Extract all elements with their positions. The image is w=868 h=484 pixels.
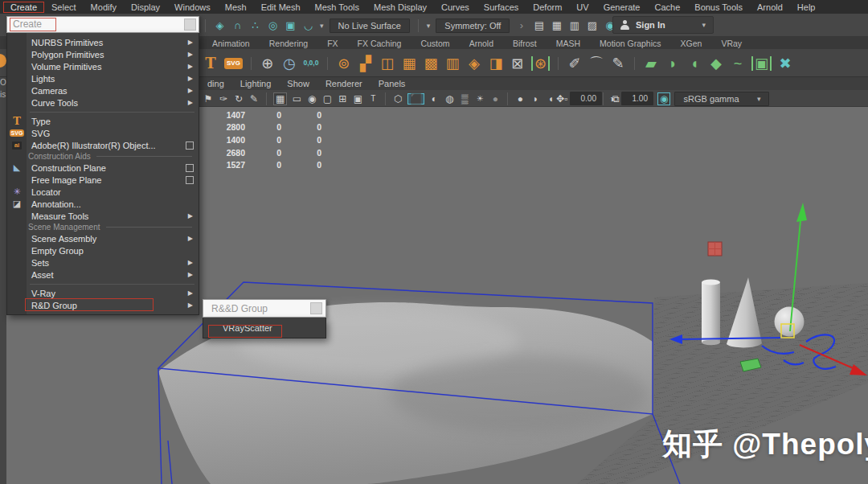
menu-item-scene-assembly[interactable]: Scene Assembly▶ — [7, 232, 199, 244]
menu-item-svg[interactable]: SVGSVG — [7, 127, 199, 139]
menu-display[interactable]: Display — [124, 2, 167, 13]
option-box[interactable] — [186, 176, 194, 184]
menu-windows[interactable]: Windows — [167, 2, 218, 13]
vray-mesh-light-icon[interactable]: ◖ — [686, 56, 702, 71]
menu-item-lights[interactable]: Lights▶ — [7, 72, 199, 84]
menu-item-asset[interactable]: Asset▶ — [7, 269, 199, 281]
mash-visibility-icon[interactable]: ◈ — [466, 56, 482, 71]
curve-pencil-icon[interactable]: ✐ — [567, 56, 583, 71]
svg-tool-icon[interactable]: SVG — [224, 58, 243, 69]
option-box[interactable] — [186, 142, 194, 150]
texture-view-icon[interactable]: T — [367, 95, 379, 103]
menu-item-cameras[interactable]: Cameras▶ — [7, 84, 199, 96]
menu-item-vrayscatter[interactable]: VRayScatter — [203, 322, 326, 334]
resolution-gate-icon[interactable]: ◉ — [306, 94, 317, 104]
menu-item-annotation[interactable]: ◪Annotation... — [7, 198, 199, 210]
mash-network-icon[interactable]: ⊚ — [336, 56, 352, 71]
curve-arc-icon[interactable]: ⌒ — [588, 56, 604, 71]
paint-select-icon[interactable]: ✑ — [218, 94, 229, 104]
tear-off-box[interactable] — [310, 302, 322, 314]
tab-fx[interactable]: FX — [317, 39, 347, 48]
contrast-icon[interactable]: ◑ — [606, 94, 617, 104]
tab-xgen[interactable]: XGen — [671, 39, 712, 48]
wireframe-on-shaded-icon[interactable]: ◍ — [444, 94, 455, 104]
exposure-field[interactable]: 0.00 — [570, 92, 602, 105]
tab-vray[interactable]: VRay — [711, 39, 751, 48]
view-transform-dropdown[interactable]: sRGB gamma — [674, 92, 769, 106]
menu-bonus-tools[interactable]: Bonus Tools — [687, 2, 750, 13]
menu-item-vray[interactable]: V-Ray▶ — [7, 287, 199, 299]
menu-create[interactable]: Create — [3, 2, 44, 13]
menu-item-rnd-group[interactable]: R&D Group▶ — [7, 299, 199, 311]
menu-item-volume-primitives[interactable]: Volume Primitives▶ — [7, 60, 199, 72]
menu-item-construction-plane[interactable]: ◣Construction Plane — [7, 162, 199, 174]
snap-point-icon[interactable]: ∴ — [249, 20, 261, 31]
ipr-render-icon[interactable]: ▥ — [568, 20, 580, 31]
menu-mesh[interactable]: Mesh — [218, 2, 254, 13]
mash-distribute-icon[interactable]: ▞ — [358, 56, 374, 71]
panel-menu-renderer[interactable]: Renderer — [317, 79, 371, 88]
pencil-icon[interactable]: ✎ — [248, 94, 260, 104]
rotate-view-icon[interactable]: ↻ — [233, 94, 244, 104]
panel-menu-shading[interactable]: ding — [199, 79, 232, 88]
menu-uv[interactable]: UV — [569, 2, 596, 13]
exposure-icon[interactable]: ✥ — [555, 94, 566, 104]
tab-rendering[interactable]: Rendering — [260, 39, 317, 48]
menu-item-curve-tools[interactable]: Curve Tools▶ — [7, 96, 199, 109]
xray-icon[interactable]: ▒ — [459, 94, 470, 104]
vray-scatter-shelf-icon[interactable]: ▣ — [751, 56, 772, 71]
mash-world-icon[interactable]: ⊛ — [531, 56, 550, 71]
tab-motion-graphics[interactable]: Motion Graphics — [590, 39, 670, 48]
mash-bbox-icon[interactable]: ⊠ — [510, 56, 526, 71]
snap-grid-icon[interactable]: ◈ — [214, 20, 226, 31]
tab-fx-caching[interactable]: FX Caching — [348, 39, 411, 48]
vray-fur-icon[interactable]: ~ — [730, 56, 746, 71]
locator-icon[interactable]: ⊕ — [260, 56, 276, 71]
menu-modify[interactable]: Modify — [84, 2, 124, 13]
panel-menu-show[interactable]: Show — [279, 79, 317, 88]
menu-arnold[interactable]: Arnold — [750, 2, 790, 13]
tab-custom[interactable]: Custom — [411, 39, 459, 48]
symmetry-field[interactable]: Symmetry: Off — [436, 18, 510, 33]
snap-projected-center-icon[interactable]: ◎ — [267, 20, 279, 31]
mash-grid-icon[interactable]: ▦ — [401, 56, 417, 71]
snap-view-plane-icon[interactable]: ▣ — [285, 20, 297, 31]
tab-arnold[interactable]: Arnold — [460, 39, 503, 48]
time-editor-icon[interactable]: ◷ — [281, 56, 297, 71]
menu-mesh-tools[interactable]: Mesh Tools — [308, 2, 366, 13]
live-surface-field[interactable]: No Live Surface — [330, 18, 410, 33]
menu-item-polygon-primitives[interactable]: Polygon Primitives▶ — [7, 48, 199, 60]
vray-proxy-icon[interactable]: ◆ — [708, 56, 724, 71]
sign-in-caret-icon[interactable] — [702, 21, 706, 29]
tab-bifrost[interactable]: Bifrost — [503, 39, 547, 48]
menu-help[interactable]: Help — [790, 2, 823, 13]
film-gate-icon[interactable]: ▭ — [291, 94, 302, 104]
mash-placer-icon[interactable]: ◨ — [488, 56, 504, 71]
symmetry-caret-icon[interactable] — [427, 22, 431, 30]
vray-extra-icon[interactable]: ✖ — [777, 56, 793, 71]
use-all-lights-icon[interactable]: ☀ — [474, 95, 485, 103]
menu-select[interactable]: Select — [44, 2, 84, 13]
menu-item-nurbs-primitives[interactable]: NURBS Primitives▶ — [7, 36, 199, 48]
collapse-arrow-icon[interactable]: › — [515, 20, 527, 31]
view-transform-icon[interactable]: ◉ — [657, 92, 670, 105]
menu-item-adobe-illustrator-object[interactable]: aiAdobe(R) Illustrator(R) Object... — [7, 139, 199, 151]
menu-item-empty-group[interactable]: Empty Group — [7, 244, 199, 256]
gamma-field[interactable]: 1.00 — [621, 92, 653, 105]
anti-alias-icon[interactable]: ● — [514, 94, 526, 104]
image-plane-icon[interactable]: ▣ — [352, 94, 363, 104]
menu-cache[interactable]: Cache — [648, 2, 688, 13]
menu-generate[interactable]: Generate — [596, 2, 648, 13]
mash-offset-icon[interactable]: ▩ — [423, 56, 439, 71]
shaded-mode-icon[interactable]: ⬛ — [407, 93, 424, 105]
make-live-caret-icon[interactable] — [320, 22, 324, 30]
red-marker-square[interactable] — [708, 242, 722, 256]
snap-curve-icon[interactable]: ∩ — [231, 20, 244, 31]
ambient-occlusion-icon[interactable]: ◗ — [530, 94, 541, 104]
make-live-icon[interactable]: ◡ — [302, 20, 314, 31]
sphere-object[interactable] — [775, 307, 805, 337]
textured-mode-icon[interactable]: ◐ — [428, 94, 440, 104]
move-to-origin-icon[interactable]: 0,0,0 — [303, 59, 319, 67]
vray-clipper-icon[interactable]: ◗ — [665, 56, 681, 71]
curve-edit-icon[interactable]: ✎ — [610, 56, 626, 71]
